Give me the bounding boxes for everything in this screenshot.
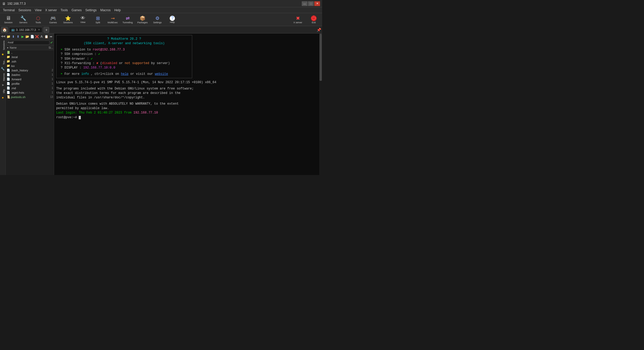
file-row[interactable]: 📗 .. bbox=[6, 50, 54, 55]
lp-macros[interactable]: Macros bbox=[0, 71, 6, 83]
welcome-box: ? MobaXterm 20.2 ? (SSH client, X-server… bbox=[56, 35, 192, 78]
toolbar-multiexec[interactable]: ⊸ MultiExec bbox=[105, 14, 120, 26]
menu-help[interactable]: Help bbox=[112, 8, 123, 13]
file-btn-copy[interactable]: 📋 bbox=[44, 34, 49, 39]
packages-label: Packages bbox=[137, 21, 148, 24]
tabbar: 🏠 📺 3. 192.168.77.3 ✕ + 📌 bbox=[0, 26, 322, 33]
file-btn-upload[interactable]: ⬆ bbox=[16, 34, 20, 39]
games-label: Games bbox=[49, 21, 57, 24]
file-row[interactable]: 📁 iso bbox=[6, 64, 54, 68]
close-button[interactable]: ✕ bbox=[314, 1, 320, 6]
xserver-label: X server bbox=[293, 21, 302, 24]
file-btn-rename[interactable]: A bbox=[39, 34, 44, 39]
toolbar-view[interactable]: 👁 View bbox=[76, 14, 90, 26]
file-btn-newfolder[interactable]: 📁 bbox=[6, 34, 11, 39]
menu-games[interactable]: Games bbox=[70, 8, 84, 13]
home-button[interactable]: 🏠 bbox=[1, 27, 8, 33]
toolbar-xserver[interactable]: ✖ X server bbox=[289, 14, 306, 26]
pin-icon[interactable]: 📌 bbox=[317, 28, 321, 32]
file-name: .local bbox=[11, 55, 46, 59]
path-ok-icon[interactable]: ✔ bbox=[50, 41, 53, 44]
lp-sessions[interactable]: Sessions bbox=[0, 39, 6, 52]
file-btn-forward[interactable]: ➡ bbox=[49, 34, 53, 39]
debian-line3: individual files in /usr/share/doc/*/cop… bbox=[56, 95, 317, 100]
lp-sftp[interactable]: Sftp bbox=[0, 88, 6, 95]
menu-settings[interactable]: Settings bbox=[83, 8, 98, 13]
toolbar-packages[interactable]: 📦 Packages bbox=[135, 14, 150, 26]
file-row[interactable]: 📜 pvetools.sh 13 bbox=[6, 95, 54, 99]
tools-icon: ⬡ bbox=[36, 15, 40, 21]
menu-xserver[interactable]: X server bbox=[43, 8, 59, 13]
ssh-compression-line: ? SSH compression : ✔ bbox=[61, 52, 188, 57]
tab-1-close[interactable]: ✕ bbox=[38, 28, 40, 31]
exit-label: Exit bbox=[312, 21, 316, 24]
file-column-headers: ▼ Name Si... bbox=[6, 46, 54, 50]
file-row[interactable]: 📄 .rnd 1 bbox=[6, 86, 54, 90]
toolbar-session[interactable]: 🖥 Session bbox=[1, 14, 16, 26]
maximize-button[interactable]: □ bbox=[308, 1, 314, 6]
file-btn-open[interactable]: 📂 bbox=[25, 34, 30, 39]
path-input[interactable] bbox=[7, 41, 49, 45]
file-name: .wget-hsts bbox=[11, 91, 46, 94]
toolbar-servers[interactable]: 🔧 Servers bbox=[16, 14, 31, 26]
file-name: .profile bbox=[11, 82, 46, 85]
toolbar-settings[interactable]: ⚙ Settings bbox=[150, 14, 165, 26]
file-row[interactable]: 📄 .wget-hsts 1 bbox=[6, 90, 54, 95]
toolbar-help[interactable]: ? Help bbox=[165, 14, 180, 26]
tab-1[interactable]: 📺 3. 192.168.77.3 ✕ bbox=[9, 27, 42, 33]
file-row[interactable]: 📄 .bashrc 1 bbox=[6, 72, 54, 77]
tunneling-icon: ⇌ bbox=[126, 15, 130, 21]
settings-icon: ⚙ bbox=[155, 15, 159, 21]
menu-view[interactable]: View bbox=[33, 8, 43, 13]
menubar: Terminal Sessions View X server Tools Ga… bbox=[0, 7, 322, 13]
file-row[interactable]: 📁 .ssh bbox=[6, 59, 54, 64]
file-icon: 📄 bbox=[7, 82, 10, 85]
file-row[interactable]: 📄 .profile 1 bbox=[6, 81, 54, 86]
window-controls: — □ ✕ bbox=[302, 1, 320, 6]
info-line: ➤ For more info , ctrl+click on help or … bbox=[61, 72, 188, 76]
minimize-button[interactable]: — bbox=[302, 1, 307, 6]
toolbar-sessions[interactable]: ⭐ Sessions bbox=[61, 14, 75, 26]
terminal-scrollbar[interactable] bbox=[319, 33, 322, 175]
app-icon: 🖥 bbox=[2, 2, 6, 6]
help-icon: ? bbox=[170, 16, 175, 21]
file-row[interactable]: 📄 .bash_history 2 bbox=[6, 68, 54, 72]
lp-wrench[interactable]: 🔧 bbox=[0, 66, 5, 71]
file-btn-newfile[interactable]: 📄 bbox=[30, 34, 34, 39]
collapse-button[interactable]: ◀◀ bbox=[0, 34, 5, 38]
lp-tools[interactable]: Too... bbox=[0, 57, 6, 66]
games-icon: 🎮 bbox=[50, 15, 56, 21]
col-sort-icon[interactable]: ▼ bbox=[7, 47, 9, 49]
lp-arrow[interactable]: ➤ bbox=[1, 83, 5, 87]
servers-icon: 🔧 bbox=[20, 15, 26, 21]
file-btn-download[interactable]: ⬇ bbox=[11, 34, 15, 39]
display-line: ? DISPLAY : 192.168.77.10:0.0 bbox=[61, 66, 188, 70]
col-size-header[interactable]: Si... bbox=[46, 46, 53, 49]
terminal-area[interactable]: ? MobaXterm 20.2 ? (SSH client, X-server… bbox=[54, 33, 322, 175]
tools-label: Tools bbox=[35, 21, 41, 24]
new-tab-button[interactable]: + bbox=[43, 27, 49, 33]
file-btn-delete[interactable]: ❌ bbox=[35, 34, 39, 39]
left-panel: ◀◀ Sessions ★ Too... 🔧 Macros ➤ Sftp ● bbox=[0, 33, 6, 175]
toolbar-split[interactable]: ⊞ Split bbox=[90, 14, 105, 26]
menu-tools[interactable]: Tools bbox=[59, 8, 70, 13]
file-name: .ssh bbox=[11, 60, 46, 63]
file-icon: 📄 bbox=[7, 77, 10, 81]
lp-circle[interactable]: ● bbox=[1, 95, 4, 100]
titlebar: 🖥 192.168.77.3 — □ ✕ bbox=[0, 0, 322, 7]
lp-star[interactable]: ★ bbox=[1, 52, 5, 57]
file-row[interactable]: 📄 .forward 1 bbox=[6, 77, 54, 81]
toolbar-tools[interactable]: ⬡ Tools bbox=[31, 14, 45, 26]
file-row[interactable]: 📁 .local bbox=[6, 55, 54, 59]
toolbar-games[interactable]: 🎮 Games bbox=[46, 14, 60, 26]
col-name-header[interactable]: Name bbox=[10, 46, 46, 49]
menu-sessions[interactable]: Sessions bbox=[16, 8, 33, 13]
menu-terminal[interactable]: Terminal bbox=[1, 8, 16, 13]
tab-1-label: 3. 192.168.77.3 bbox=[16, 28, 36, 31]
toolbar-exit[interactable]: ⏻ Exit bbox=[306, 14, 321, 26]
welcome-sub: (SSH client, X-server and networking too… bbox=[61, 41, 188, 46]
servers-label: Servers bbox=[19, 21, 27, 24]
menu-macros[interactable]: Macros bbox=[99, 8, 112, 13]
toolbar-tunneling[interactable]: ⇌ Tunneling bbox=[120, 14, 135, 26]
file-btn-exec[interactable]: ▶ bbox=[20, 34, 25, 39]
